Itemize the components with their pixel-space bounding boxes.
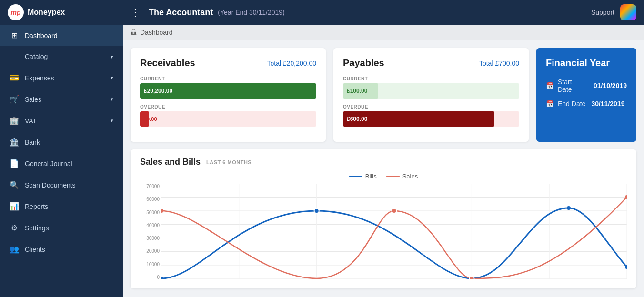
y-label-60000: 60000 — [140, 197, 160, 202]
payables-current-track: £100.00 — [343, 83, 519, 99]
sidebar-item-general-journal[interactable]: 📄 General Journal — [0, 153, 123, 174]
sidebar-item-label: Sales — [25, 96, 41, 103]
receivables-overdue-track: £0.00 — [140, 111, 316, 127]
receivables-total: Total £20,200.00 — [267, 59, 316, 67]
layout: ⊞ Dashboard 🗒 Catalog ▾ 💳 Expenses ▾ 🛒 S… — [0, 25, 644, 297]
receivables-current-label: CURRENT — [140, 76, 316, 81]
receivables-current-track: £20,200.00 — [140, 83, 316, 99]
receivables-current-value: £20,200.00 — [144, 88, 172, 94]
sidebar-item-label: Catalog — [25, 53, 48, 60]
sidebar-item-label: General Journal — [25, 160, 72, 168]
sidebar-item-clients[interactable]: 👥 Clients — [0, 238, 123, 260]
y-label-70000: 70000 — [140, 184, 160, 189]
calendar-icon: 📅 — [546, 100, 554, 108]
sidebar-item-label: Dashboard — [25, 32, 58, 40]
chevron-down-icon: ▾ — [111, 96, 113, 102]
chart-legend: Bills Sales — [140, 173, 627, 180]
receivables-current-section: CURRENT £20,200.00 — [140, 76, 316, 99]
bank-icon: 🏦 — [10, 138, 19, 147]
financial-year-title: Financial Year — [546, 58, 627, 69]
legend-sales-label: Sales — [402, 173, 418, 180]
chevron-down-icon: ▾ — [111, 54, 113, 60]
sidebar-item-settings[interactable]: ⚙ Settings — [0, 217, 123, 238]
sidebar-item-label: Settings — [25, 224, 49, 232]
legend-sales: Sales — [386, 173, 418, 180]
sidebar-item-vat[interactable]: 🏢 VAT ▾ — [0, 110, 123, 131]
financial-year-start-row: 📅 Start Date 01/10/2019 — [546, 78, 627, 93]
payables-current-label: CURRENT — [343, 76, 519, 81]
chart-svg-container — [161, 184, 627, 281]
payables-current-value: £100.00 — [347, 88, 367, 94]
y-label-50000: 50000 — [140, 210, 160, 215]
topbar: mp Moneypex ⋮ The Accountant (Year End 3… — [0, 0, 644, 25]
sidebar-item-sales[interactable]: 🛒 Sales ▾ — [0, 89, 123, 110]
menu-icon[interactable]: ⋮ — [131, 7, 140, 18]
financial-year-end-value: 30/11/2019 — [591, 100, 624, 108]
calendar-icon: 📅 — [546, 82, 554, 89]
sidebar-item-reports[interactable]: 📊 Reports — [0, 196, 123, 217]
financial-year-card: Financial Year 📅 Start Date 01/10/2019 📅… — [536, 48, 636, 142]
main: 🏛 Dashboard Receivables Total £20,200.00… — [123, 25, 644, 297]
sidebar-item-label: Scan Documents — [25, 181, 76, 189]
payables-overdue-section: OVERDUE £600.00 — [343, 104, 519, 127]
receivables-overdue-value: £0.00 — [144, 116, 157, 122]
receivables-overdue-section: OVERDUE £0.00 — [140, 104, 316, 127]
legend-sales-line — [386, 176, 400, 177]
sidebar-item-label: Clients — [25, 246, 45, 253]
payables-overdue-label: OVERDUE — [343, 104, 519, 109]
topbar-center: ⋮ The Accountant (Year End 30/11/2019) — [131, 7, 591, 18]
logo: mp Moneypex — [8, 4, 131, 20]
sidebar-item-bank[interactable]: 🏦 Bank — [0, 131, 123, 153]
payables-total: Total £700.00 — [479, 59, 519, 67]
reports-icon: 📊 — [10, 202, 19, 211]
sidebar-item-dashboard[interactable]: ⊞ Dashboard — [0, 25, 123, 46]
brand-icon — [620, 4, 636, 20]
page-title: The Accountant — [149, 8, 213, 18]
clients-icon: 👥 — [10, 245, 19, 254]
sidebar-item-label: VAT — [25, 117, 37, 125]
financial-year-start-label: Start Date — [558, 78, 588, 93]
catalog-icon: 🗒 — [10, 52, 19, 61]
sales-dot — [392, 208, 396, 213]
y-label-0: 0 — [140, 275, 160, 280]
breadcrumb: 🏛 Dashboard — [123, 25, 644, 40]
sidebar-item-expenses[interactable]: 💳 Expenses ▾ — [0, 67, 123, 89]
cards-row: Receivables Total £20,200.00 CURRENT £20… — [131, 48, 636, 142]
receivables-current-bar: £20,200.00 — [140, 83, 316, 99]
sidebar-item-label: Expenses — [25, 74, 54, 82]
payables-current-section: CURRENT £100.00 — [343, 76, 519, 99]
expenses-icon: 💳 — [10, 73, 19, 82]
support-link[interactable]: Support — [591, 9, 614, 16]
topbar-right: Support — [591, 4, 636, 20]
financial-year-start-value: 01/10/2019 — [594, 82, 627, 89]
sidebar-item-scan-documents[interactable]: 🔍 Scan Documents — [0, 174, 123, 196]
sidebar-item-label: Reports — [25, 203, 48, 210]
scan-icon: 🔍 — [10, 180, 19, 189]
sidebar-item-catalog[interactable]: 🗒 Catalog ▾ — [0, 46, 123, 67]
chart-svg — [161, 184, 627, 279]
financial-year-end-row: 📅 End Date 30/11/2019 — [546, 100, 627, 108]
bills-dot — [567, 206, 571, 210]
dashboard-icon: ⊞ — [10, 31, 19, 40]
breadcrumb-label: Dashboard — [140, 29, 173, 36]
y-axis: 70000 60000 50000 40000 30000 20000 1000… — [140, 184, 161, 281]
chart-title: Sales and Bills — [140, 157, 201, 167]
chevron-down-icon: ▾ — [111, 118, 113, 124]
logo-icon: mp — [8, 4, 24, 20]
y-label-10000: 10000 — [140, 262, 160, 267]
payables-overdue-track: £600.00 — [343, 111, 519, 127]
legend-bills-line — [349, 176, 362, 177]
sales-dot — [161, 209, 163, 213]
y-label-30000: 30000 — [140, 236, 160, 241]
journal-icon: 📄 — [10, 159, 19, 168]
payables-card: Payables Total £700.00 CURRENT £100.00 O… — [333, 48, 529, 142]
breadcrumb-icon: 🏛 — [131, 29, 137, 36]
sidebar: ⊞ Dashboard 🗒 Catalog ▾ 💳 Expenses ▾ 🛒 S… — [0, 25, 123, 297]
sidebar-item-label: Bank — [25, 139, 40, 146]
legend-bills-label: Bills — [365, 173, 377, 180]
chart-card: Sales and Bills LAST 6 MONTHS Bills Sale… — [131, 149, 636, 288]
legend-bills: Bills — [349, 173, 377, 180]
settings-icon: ⚙ — [10, 223, 19, 232]
receivables-card: Receivables Total £20,200.00 CURRENT £20… — [131, 48, 326, 142]
payables-overdue-bar: £600.00 — [343, 111, 494, 127]
